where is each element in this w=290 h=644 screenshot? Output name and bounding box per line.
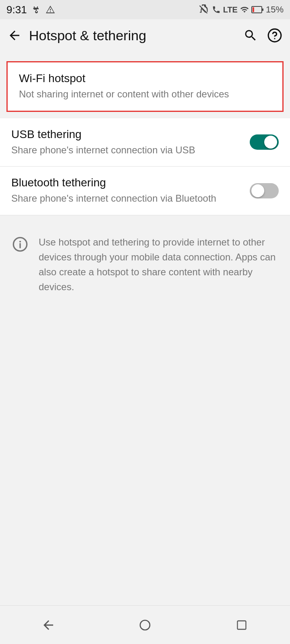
page-title: Hotspot & tethering (29, 28, 235, 43)
usb-tethering-toggle[interactable] (250, 134, 279, 150)
status-right: LTE 15% (199, 4, 284, 15)
battery-icon (251, 5, 263, 14)
nav-back-button[interactable] (32, 613, 64, 637)
battery-percentage: 15% (266, 4, 284, 15)
back-button[interactable] (5, 26, 24, 45)
svg-point-4 (274, 38, 275, 39)
header-actions (240, 25, 285, 46)
signal-lte-icon: LTE (223, 5, 238, 14)
bell-off-icon (199, 4, 209, 15)
nav-home-button[interactable] (129, 613, 161, 637)
usb-tethering-toggle-knob (264, 136, 277, 149)
usb-tethering-item[interactable]: USB tethering Share phone's internet con… (0, 118, 290, 167)
info-description: Use hotspot and tethering to provide int… (39, 235, 279, 295)
status-left: 9:31 (6, 4, 56, 16)
svg-rect-2 (253, 7, 254, 12)
svg-rect-1 (262, 8, 263, 11)
bluetooth-tethering-title: Bluetooth tethering (11, 176, 242, 189)
bluetooth-tethering-subtitle: Share phone's internet connection via Bl… (11, 192, 242, 205)
usb-tethering-subtitle: Share phone's internet connection via US… (11, 143, 242, 157)
usb-tethering-text: USB tethering Share phone's internet con… (11, 128, 250, 157)
usb-tethering-title: USB tethering (11, 128, 242, 141)
phone-icon (212, 5, 221, 14)
bluetooth-tethering-toggle-knob (251, 184, 264, 197)
divider-2 (0, 215, 290, 215)
content: Wi-Fi hotspot Not sharing internet or co… (0, 52, 290, 605)
wifi-hotspot-subtitle: Not sharing internet or content with oth… (19, 87, 271, 101)
usb-icon (30, 4, 41, 15)
bluetooth-tethering-item[interactable]: Bluetooth tethering Share phone's intern… (0, 167, 290, 215)
help-button[interactable] (264, 25, 285, 46)
wifi-hotspot-title: Wi-Fi hotspot (19, 72, 271, 85)
info-icon (11, 235, 29, 253)
info-section: Use hotspot and tethering to provide int… (0, 222, 290, 308)
status-bar: 9:31 LTE (0, 0, 290, 19)
alert-icon (45, 4, 56, 15)
header: Hotspot & tethering (0, 19, 290, 52)
nav-recents-button[interactable] (226, 613, 258, 637)
nav-bar (0, 605, 290, 644)
wifi-hotspot-item[interactable]: Wi-Fi hotspot Not sharing internet or co… (6, 61, 284, 112)
svg-rect-9 (238, 621, 246, 629)
signal-bars-icon (240, 5, 249, 14)
status-time: 9:31 (6, 4, 27, 16)
search-button[interactable] (240, 25, 261, 46)
bluetooth-tethering-toggle[interactable] (250, 183, 279, 198)
svg-point-8 (140, 620, 150, 630)
bluetooth-tethering-text: Bluetooth tethering Share phone's intern… (11, 176, 250, 205)
